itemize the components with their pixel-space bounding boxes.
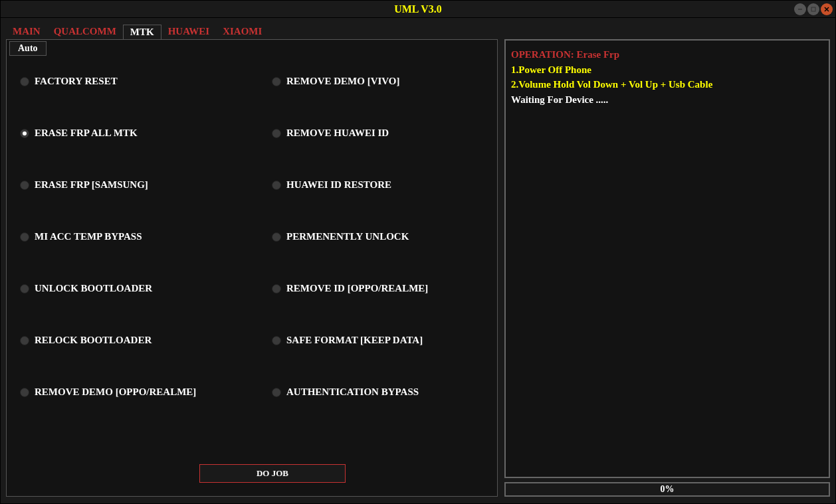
radio-icon [20, 77, 29, 86]
option-remove-id-oppo-realme[interactable]: REMOVE ID [OPPO/REALME] [272, 283, 484, 294]
option-remove-huawei-id[interactable]: REMOVE HUAWEI ID [272, 127, 484, 139]
progress-label: 0% [661, 484, 675, 495]
radio-icon [272, 181, 281, 190]
options-panel: Auto FACTORY RESET ERASE FRP ALL MTK [6, 39, 498, 497]
radio-label: REMOVE DEMO [OPPO/REALME] [35, 386, 196, 398]
radio-label: ERASE FRP [SAMSUNG] [35, 179, 148, 191]
option-authentication-bypass[interactable]: AUTHENTICATION BYPASS [272, 386, 484, 398]
sub-tab-auto[interactable]: Auto [9, 41, 47, 56]
radio-icon [20, 284, 29, 294]
radio-icon [272, 388, 281, 397]
log-line: 1.Power Off Phone [511, 62, 823, 78]
radio-label: AUTHENTICATION BYPASS [286, 386, 419, 398]
radio-icon [20, 129, 29, 138]
log-line: 2.Volume Hold Vol Down + Vol Up + Usb Ca… [511, 77, 823, 92]
radio-icon [20, 336, 29, 345]
option-erase-frp-all-mtk[interactable]: ERASE FRP ALL MTK [20, 127, 232, 139]
option-huawei-id-restore[interactable]: HUAWEI ID RESTORE [272, 179, 484, 191]
sub-tabs: Auto [7, 41, 497, 56]
option-mi-acc-temp-bypass[interactable]: MI ACC TEMP BYPASS [20, 231, 232, 242]
radio-icon [20, 388, 29, 397]
close-icon[interactable] [821, 3, 833, 15]
main-tabs: MAIN QUALCOMM MTK HUAWEI XIAOMI [6, 25, 830, 39]
option-permenently-unlock[interactable]: PERMENENTLY UNLOCK [272, 231, 484, 242]
radio-label: HUAWEI ID RESTORE [286, 179, 391, 191]
radio-label: REMOVE DEMO [VIVO] [286, 76, 400, 87]
tab-mtk[interactable]: MTK [123, 25, 161, 39]
log-line: OPERATION: Erase Frp [511, 47, 823, 62]
option-factory-reset[interactable]: FACTORY RESET [20, 76, 232, 87]
option-safe-format-keep-data[interactable]: SAFE FORMAT [KEEP DATA] [272, 335, 484, 346]
radio-label: REMOVE ID [OPPO/REALME] [286, 283, 428, 294]
radio-label: UNLOCK BOOTLOADER [35, 283, 152, 294]
radio-label: ERASE FRP ALL MTK [35, 127, 138, 139]
options-area: FACTORY RESET ERASE FRP ALL MTK ERASE FR… [7, 56, 497, 411]
radio-label: REMOVE HUAWEI ID [286, 127, 389, 139]
titlebar: UML V3.0 [1, 1, 835, 18]
radio-label: PERMENENTLY UNLOCK [286, 231, 409, 242]
radio-icon [272, 129, 281, 138]
radio-label: RELOCK BOOTLOADER [35, 335, 152, 346]
radio-icon [20, 232, 29, 242]
tab-main[interactable]: MAIN [6, 25, 47, 39]
window-controls [794, 3, 833, 15]
radio-icon [272, 232, 281, 242]
svg-rect-1 [811, 7, 815, 11]
option-unlock-bootloader[interactable]: UNLOCK BOOTLOADER [20, 283, 232, 294]
radio-label: MI ACC TEMP BYPASS [35, 231, 142, 242]
log-line: Waiting For Device ..... [511, 92, 823, 108]
option-remove-demo-vivo[interactable]: REMOVE DEMO [VIVO] [272, 76, 484, 87]
option-remove-demo-oppo-realme[interactable]: REMOVE DEMO [OPPO/REALME] [20, 386, 232, 398]
radio-icon [20, 181, 29, 190]
main-area: Auto FACTORY RESET ERASE FRP ALL MTK [6, 39, 830, 497]
progress-bar: 0% [504, 482, 830, 497]
radio-icon [272, 284, 281, 294]
log-panel: OPERATION: Erase Frp 1.Power Off Phone 2… [504, 39, 830, 478]
application-window: UML V3.0 MAIN QUALCOMM MTK HUAWEI XIAOMI… [0, 0, 836, 504]
do-job-button[interactable]: DO JOB [199, 464, 346, 483]
radio-icon [272, 336, 281, 345]
content-area: MAIN QUALCOMM MTK HUAWEI XIAOMI Auto FAC… [1, 18, 835, 503]
option-erase-frp-samsung[interactable]: ERASE FRP [SAMSUNG] [20, 179, 232, 191]
tab-qualcomm[interactable]: QUALCOMM [47, 25, 123, 39]
window-title: UML V3.0 [394, 3, 442, 15]
options-right-column: REMOVE DEMO [VIVO] REMOVE HUAWEI ID HUAW… [272, 76, 484, 398]
option-relock-bootloader[interactable]: RELOCK BOOTLOADER [20, 335, 232, 346]
radio-label: FACTORY RESET [35, 76, 118, 87]
minimize-icon[interactable] [794, 3, 806, 15]
right-panel: OPERATION: Erase Frp 1.Power Off Phone 2… [504, 39, 830, 497]
maximize-icon[interactable] [807, 3, 819, 15]
tab-xiaomi[interactable]: XIAOMI [216, 25, 268, 39]
radio-label: SAFE FORMAT [KEEP DATA] [286, 335, 423, 346]
tab-huawei[interactable]: HUAWEI [161, 25, 217, 39]
radio-icon [272, 77, 281, 86]
options-left-column: FACTORY RESET ERASE FRP ALL MTK ERASE FR… [20, 76, 232, 398]
